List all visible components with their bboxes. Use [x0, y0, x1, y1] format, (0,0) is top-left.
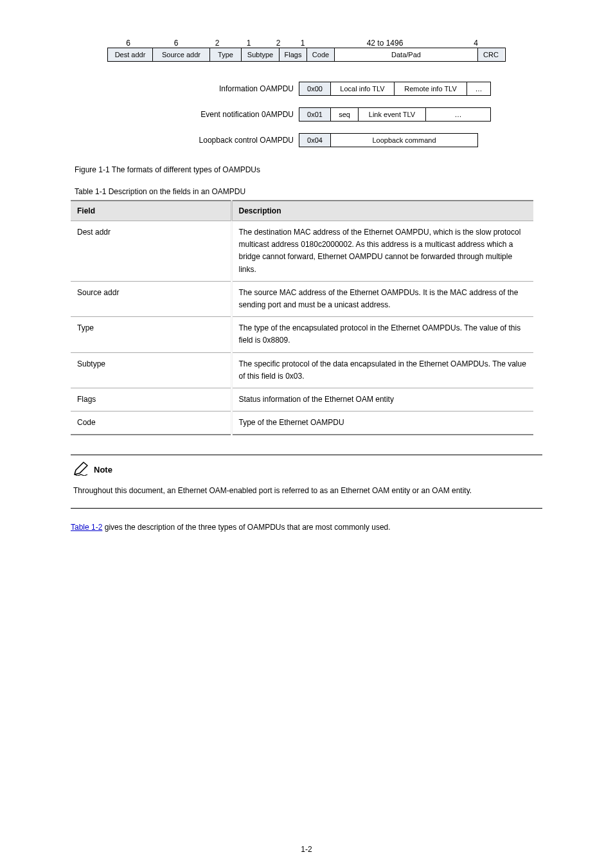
table-ref-link[interactable]: Table 1-2 [71, 523, 102, 532]
field-src: Source addr [153, 48, 210, 61]
field-crc: CRC [478, 48, 504, 61]
info-oampdu-row: Information OAMPDU 0x00 Local info TLV R… [107, 80, 506, 98]
field-type: Type [210, 48, 242, 61]
table-row: TypeThe type of the encapsulated protoco… [71, 317, 533, 352]
event-seq: seq [331, 108, 359, 121]
figure-caption: Figure 1-1 The formats of different type… [75, 165, 542, 174]
loopback-code: 0x04 [299, 134, 331, 147]
event-link-tlv: Link event TLV [359, 108, 426, 121]
field-flags: Flags [280, 48, 307, 61]
table-row: Source addrThe source MAC address of the… [71, 281, 533, 316]
table-caption: Table 1-1 Description on the fields in a… [75, 187, 542, 196]
info-code: 0x00 [299, 82, 331, 95]
note-body: Throughout this document, an Ethernet OA… [73, 484, 540, 497]
frame-field-row: Dest addr Source addr Type Subtype Flags… [107, 48, 506, 62]
table-row: CodeType of the Ethernet OAMPDU [71, 411, 533, 435]
table-row: Dest addrThe destination MAC address of … [71, 221, 533, 282]
bytes-type: 2 [203, 39, 231, 48]
loopback-oampdu-row: Loopback control OAMPDU 0x04 Loopback co… [107, 131, 506, 149]
bytes-crc: 4 [455, 39, 478, 48]
paragraph: Table 1-2 gives the description of the t… [71, 521, 542, 534]
bytes-data: 42 to 1496 [315, 39, 455, 48]
loopback-oampdu-label: Loopback control OAMPDU [107, 136, 299, 145]
event-code: 0x01 [299, 108, 331, 121]
table-row: SubtypeThe specific protocol of the data… [71, 352, 533, 388]
table-header-row: Field Description [71, 201, 533, 221]
info-oampdu-label: Information OAMPDU [107, 84, 299, 93]
note-title: Note [94, 465, 112, 475]
info-local-tlv: Local info TLV [331, 82, 395, 95]
bytes-flags: 2 [266, 39, 290, 48]
event-dots: … [426, 108, 490, 121]
loopback-command: Loopback command [331, 134, 477, 147]
table-header-desc: Description [231, 201, 533, 221]
field-data: Data/Pad [335, 48, 478, 61]
field-code: Code [307, 48, 335, 61]
info-remote-tlv: Remote info TLV [395, 82, 467, 95]
table-header-field: Field [71, 201, 231, 221]
bytes-src: 6 [149, 39, 203, 48]
event-oampdu-label: Event notification 0AMPDU [107, 110, 299, 119]
event-oampdu-row: Event notification 0AMPDU 0x01 seq Link … [107, 105, 506, 123]
field-dest: Dest addr [108, 48, 153, 61]
oampdu-fields-table: Field Description Dest addrThe destinati… [71, 200, 533, 435]
note-pencil-icon [73, 462, 90, 478]
field-byte-counts: 6 6 2 1 2 1 42 to 1496 4 [107, 39, 506, 48]
note-box: Note Throughout this document, an Ethern… [71, 455, 542, 508]
bytes-code: 1 [290, 39, 315, 48]
table-row: FlagsStatus information of the Ethernet … [71, 388, 533, 411]
field-subtype: Subtype [242, 48, 280, 61]
bytes-subtype: 1 [231, 39, 266, 48]
page-number: 1-2 [0, 845, 613, 854]
oampdu-frame-figure: 6 6 2 1 2 1 42 to 1496 4 Dest addr Sourc… [107, 39, 506, 149]
info-dots: … [467, 82, 490, 95]
paragraph-text: gives the description of the three types… [102, 523, 390, 532]
bytes-dest: 6 [107, 39, 149, 48]
